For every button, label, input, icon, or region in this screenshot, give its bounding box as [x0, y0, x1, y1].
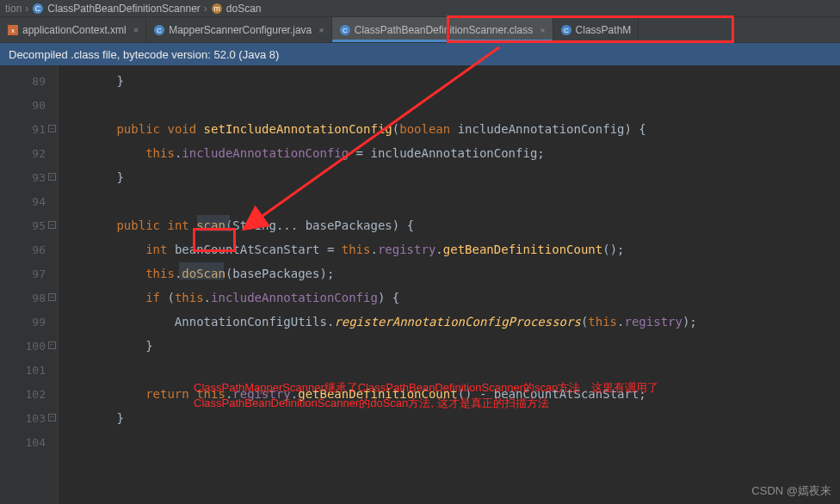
tab-applicationcontext[interactable]: x applicationContext.xml ×: [0, 17, 146, 42]
fold-end-icon[interactable]: ⌐: [48, 414, 56, 421]
java-file-icon: C: [153, 24, 165, 36]
breadcrumb-class[interactable]: ClassPathBeanDefinitionScanner: [47, 3, 200, 15]
fold-icon[interactable]: −: [48, 221, 56, 229]
breadcrumb-method[interactable]: doScan: [226, 3, 262, 15]
svg-text:C: C: [343, 27, 348, 34]
tab-mapperscannerconfigurer[interactable]: C MapperScannerConfigurer.java ×: [146, 17, 332, 42]
banner-text: Decompiled .class file, bytecode version…: [9, 48, 279, 61]
close-icon[interactable]: ×: [318, 25, 324, 35]
svg-text:m: m: [213, 4, 220, 13]
tab-label: ClassPathBeanDefinitionScanner.class: [355, 24, 533, 36]
tab-classpathm[interactable]: C ClassPathM: [553, 17, 639, 42]
svg-text:C: C: [157, 27, 162, 34]
breadcrumb: tion › C ClassPathBeanDefinitionScanner …: [0, 0, 840, 17]
svg-text:C: C: [35, 4, 41, 13]
code-area[interactable]: } public void setIncludeAnnotationConfig…: [59, 65, 840, 504]
watermark: CSDN @嫣夜来: [751, 483, 831, 499]
class-icon: C: [32, 3, 44, 15]
tab-label: applicationContext.xml: [22, 24, 127, 36]
close-icon[interactable]: ×: [133, 25, 139, 35]
svg-text:x: x: [11, 27, 15, 34]
fold-end-icon[interactable]: ⌐: [48, 341, 56, 349]
chevron-right-icon: ›: [25, 3, 28, 15]
class-file-icon: C: [339, 24, 351, 36]
editor-tabs: x applicationContext.xml × C MapperScann…: [0, 17, 840, 43]
xml-file-icon: x: [7, 24, 19, 36]
tab-label: ClassPathM: [576, 24, 632, 36]
close-icon[interactable]: ×: [540, 25, 545, 35]
tab-label: MapperScannerConfigurer.java: [169, 24, 312, 36]
chevron-right-icon: ›: [204, 3, 207, 15]
fold-icon[interactable]: −: [48, 293, 56, 301]
line-gutter: 89 90 91− 92 93⌐ 94 95− 96 97 98− 99 100…: [0, 65, 59, 504]
fold-icon[interactable]: −: [48, 125, 56, 132]
fold-end-icon[interactable]: ⌐: [48, 173, 56, 181]
breadcrumb-prefix: tion: [5, 3, 22, 15]
class-file-icon: C: [560, 24, 572, 36]
method-icon: m: [211, 3, 223, 15]
svg-text:C: C: [564, 27, 569, 34]
code-editor[interactable]: 89 90 91− 92 93⌐ 94 95− 96 97 98− 99 100…: [0, 65, 840, 504]
decompiled-banner: Decompiled .class file, bytecode version…: [0, 43, 840, 65]
tab-classpathbeandefinitionscanner[interactable]: C ClassPathBeanDefinitionScanner.class ×: [332, 17, 553, 42]
